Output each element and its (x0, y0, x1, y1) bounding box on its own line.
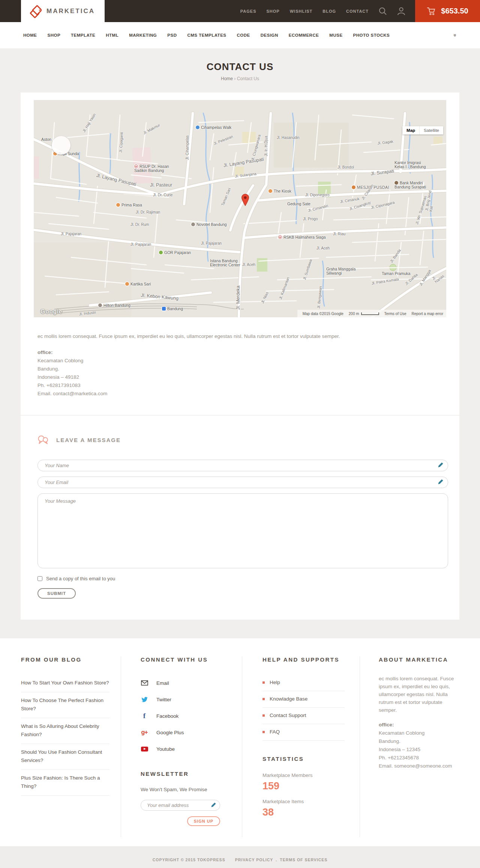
about-line: Ph. +6212345678 (379, 754, 459, 762)
pan-left-icon[interactable] (55, 143, 58, 147)
newsletter-email-input[interactable] (141, 800, 220, 811)
help-heading: HELP AND SUPPORTS (262, 656, 345, 663)
footer: FROM OUR BLOG How To Start Your Own Fash… (0, 638, 480, 846)
blog-post-link[interactable]: How To Start Your Own Fashion Store? (21, 675, 110, 692)
map-label: The Kiosk (268, 189, 291, 193)
map-label: Hilton Bandung (98, 303, 130, 308)
map-label: Jl. Diponegoro (305, 193, 329, 197)
stats-heading: STATISTICS (262, 756, 345, 762)
facebook-icon: f (141, 712, 148, 720)
map-label: Gedung Sate (287, 202, 310, 206)
bank-icon (394, 181, 398, 185)
about-line: Kecamatan Coblong (379, 729, 459, 737)
breadcrumb-separator: › (234, 76, 236, 81)
office-line: Kecamatan Coblong (38, 357, 442, 365)
social-google-plus-link[interactable]: g+ Google Plus (141, 724, 227, 741)
bullet-square-icon (262, 731, 265, 733)
message-textarea[interactable] (38, 493, 448, 568)
hospital-icon (278, 235, 282, 239)
menu-home[interactable]: HOME (23, 33, 37, 37)
menu-code[interactable]: CODE (237, 33, 250, 37)
map-label: Jl. Ir. H.Djua (264, 136, 268, 156)
office-label: office: (38, 348, 442, 357)
chevron-down-icon[interactable]: » (452, 34, 458, 37)
about-line: Bandung. (379, 737, 459, 745)
stat-value: 38 (262, 807, 345, 818)
terms-of-services-link[interactable]: TERMS OF SERVICES (280, 858, 327, 862)
logo[interactable]: MARKETICA (21, 0, 105, 22)
social-youtube-link[interactable]: Youtube (141, 741, 227, 757)
map-label: Cihampelas Walk (196, 125, 231, 130)
footer-about-column: ABOUT MARKETICA ec mollis lorem consequa… (360, 656, 480, 837)
hotel-icon (98, 303, 102, 307)
signup-button[interactable]: SIGN UP (187, 816, 220, 826)
social-facebook-link[interactable]: f Facebook (141, 708, 227, 724)
map-label: RSUP Dr. Hasan Sadikin Bandung (134, 164, 169, 173)
blog-heading: FROM OUR BLOG (21, 656, 110, 663)
menu-muse[interactable]: MUSE (329, 33, 342, 37)
menu-template[interactable]: TEMPLATE (71, 33, 95, 37)
help-link[interactable]: Help (262, 675, 345, 691)
blog-post-link[interactable]: Plus Size Fashion: Is There Such a Thing… (21, 770, 110, 796)
map-button[interactable]: Map (402, 126, 420, 134)
newsletter-tagline: We Won't Spam, We Promise (141, 787, 227, 792)
menu-cms-templates[interactable]: CMS TEMPLATES (187, 33, 226, 37)
blog-post-link[interactable]: Should You Use Fashion Consultant Servic… (21, 744, 110, 770)
breadcrumb-home[interactable]: Home (221, 76, 233, 81)
hospital-icon (134, 164, 138, 168)
menu-html[interactable]: HTML (106, 33, 118, 37)
satellite-button[interactable]: Satellite (420, 126, 443, 134)
menu-shop[interactable]: SHOP (48, 33, 61, 37)
footer-blog-column: FROM OUR BLOG How To Start Your Own Fash… (0, 656, 121, 837)
menu-marketing[interactable]: MARKETING (129, 33, 157, 37)
map-label: Novotel Bandung (191, 223, 227, 227)
nav-contact[interactable]: CONTACT (346, 9, 369, 13)
pan-up-icon[interactable] (59, 139, 63, 143)
chat-bubbles-icon (38, 435, 49, 445)
nav-wishlist[interactable]: WISHLIST (290, 9, 313, 13)
pan-down-icon[interactable] (59, 148, 63, 152)
restaurant-icon (116, 203, 120, 207)
connect-heading: CONNECT WITH US (141, 656, 227, 663)
map-pan-control[interactable] (52, 136, 70, 155)
copyright-dot: . (276, 858, 277, 862)
about-line: Email. someone@someone.com (379, 762, 459, 770)
about-heading: ABOUT MARKETICA (379, 656, 459, 663)
report-map-error-link[interactable]: Report a map error (412, 312, 443, 316)
submit-button[interactable]: SUBMIT (38, 588, 76, 599)
menu-design[interactable]: DESIGN (261, 33, 278, 37)
nav-pages[interactable]: PAGES (240, 9, 256, 13)
search-icon[interactable] (378, 0, 387, 22)
menu-psd[interactable]: PSD (167, 33, 177, 37)
send-copy-row: Send a copy of this email to you (38, 576, 448, 581)
map-label: Jl. Riau (333, 232, 345, 236)
map-marker[interactable] (241, 194, 249, 208)
help-link[interactable]: FAQ (262, 724, 345, 741)
help-link[interactable]: Contact Support (262, 708, 345, 724)
email-input[interactable] (38, 477, 448, 488)
social-label: Google Plus (156, 730, 184, 735)
map-label: Jl. Pajajaran (130, 242, 151, 247)
map-attribution: Map data ©2015 Google 200 m Terms of Use… (297, 310, 446, 317)
privacy-policy-link[interactable]: PRIVACY POLICY (235, 858, 273, 862)
about-text: ec mollis lorem consequat. Fusce ipsum e… (379, 675, 459, 714)
blog-post-link[interactable]: What is So Alluring About Celebrity Fash… (21, 718, 110, 744)
name-input[interactable] (38, 460, 448, 471)
google-logo[interactable]: Google (40, 308, 62, 315)
nav-blog[interactable]: BLOG (322, 9, 336, 13)
terms-of-use-link[interactable]: Terms of Use (384, 312, 406, 316)
help-link[interactable]: Knowladge Base (262, 691, 345, 708)
pan-right-icon[interactable] (64, 143, 68, 147)
user-icon[interactable] (397, 0, 405, 22)
send-copy-checkbox[interactable] (38, 576, 42, 581)
menu-ecommerce[interactable]: ECOMMERCE (289, 33, 319, 37)
map-type-control: Map Satellite (402, 126, 443, 134)
social-twitter-link[interactable]: Twitter (141, 691, 227, 708)
blog-post-link[interactable]: How To Choose The Perfect Fashion Store? (21, 692, 110, 718)
about-line: Indonesia – 12345 (379, 745, 459, 754)
social-email-link[interactable]: Email (141, 675, 227, 691)
map[interactable]: AstonRaja SundaJl. Haji YasinJl. MakmurJ… (34, 100, 446, 317)
cart-button[interactable]: $653.50 (415, 0, 480, 22)
nav-shop[interactable]: SHOP (267, 9, 280, 13)
menu-photo-stocks[interactable]: PHOTO STOCKS (353, 33, 390, 37)
